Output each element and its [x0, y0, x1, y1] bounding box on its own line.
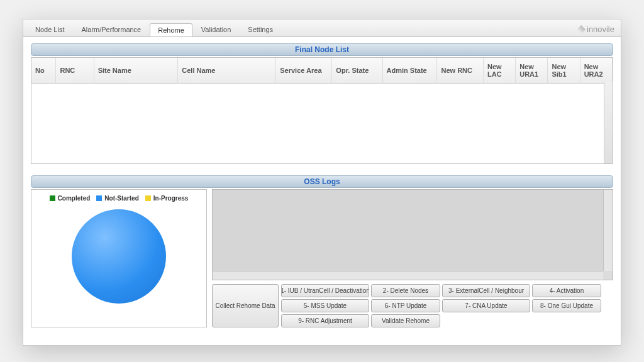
tab-settings[interactable]: Settings	[240, 23, 281, 36]
node-table: NoRNCSite NameCell NameService AreaOpr. …	[31, 58, 613, 84]
tab-validation[interactable]: Validation	[193, 23, 240, 36]
column-header[interactable]: New RNC	[437, 58, 484, 84]
column-header[interactable]: Site Name	[94, 58, 178, 84]
oss-log-textarea[interactable]	[212, 189, 613, 280]
lower-panel: Completed Not-Started In-Progress	[31, 189, 613, 327]
column-header[interactable]: No	[31, 58, 56, 84]
scrollbar-corner	[603, 271, 613, 280]
action-button-3[interactable]: 3- ExternalCell / Neighbour	[442, 284, 530, 297]
column-header[interactable]: Opr. State	[332, 58, 382, 84]
collect-rehome-data-button[interactable]: Collect Rehome Data	[212, 284, 279, 327]
oss-logs-header: OSS Logs	[31, 175, 613, 188]
brand-logo: innovile	[578, 25, 617, 34]
brand-text: innovile	[587, 25, 614, 34]
legend-in-progress: In-Progress	[145, 195, 189, 202]
legend-swatch-completed	[50, 195, 55, 201]
legend-label: Not-Started	[104, 195, 138, 202]
tab-bar: Node List Alarm/Performance Rehome Valid…	[23, 19, 621, 37]
column-header[interactable]: Admin State	[382, 58, 437, 84]
log-scrollbar-vertical[interactable]	[603, 190, 613, 271]
column-header[interactable]: New LAC	[483, 58, 515, 84]
legend-label: In-Progress	[153, 195, 189, 202]
action-button-1[interactable]: 1- IUB / UtranCell / Deactivation	[281, 284, 369, 297]
app-window: Node List Alarm/Performance Rehome Valid…	[23, 19, 621, 346]
final-node-list-header: Final Node List	[31, 43, 613, 56]
log-scrollbar-horizontal[interactable]	[213, 271, 603, 280]
legend-completed: Completed	[50, 195, 91, 202]
column-header[interactable]: Cell Name	[178, 58, 276, 84]
logs-and-actions: Collect Rehome Data 1- IUB / UtranCell /…	[212, 189, 613, 327]
legend-swatch-not-started	[96, 195, 102, 201]
column-header[interactable]: New URA1	[516, 58, 548, 84]
legend-swatch-in-progress	[145, 195, 151, 201]
chart-legend: Completed Not-Started In-Progress	[50, 195, 189, 202]
tab-rehome[interactable]: Rehome	[150, 23, 192, 36]
content-area: Final Node List NoRNCSite NameCell NameS…	[23, 37, 621, 335]
action-button-7[interactable]: 7- CNA Update	[442, 299, 530, 312]
tab-node-list[interactable]: Node List	[27, 23, 72, 36]
action-button-8[interactable]: 8- One Gui Update	[532, 299, 601, 312]
column-header[interactable]: RNC	[56, 58, 94, 84]
table-header-row: NoRNCSite NameCell NameService AreaOpr. …	[31, 58, 613, 84]
column-header[interactable]: Service Area	[276, 58, 332, 84]
status-pie-chart	[72, 209, 166, 304]
action-button-5[interactable]: 5- MSS Update	[281, 299, 369, 312]
brand-icon	[577, 25, 586, 33]
table-scrollbar[interactable]	[604, 82, 613, 163]
action-button-grid: 1- IUB / UtranCell / Deactivation2- Dele…	[281, 284, 613, 327]
action-button-4[interactable]: 4- Activation	[532, 284, 601, 297]
status-chart-box: Completed Not-Started In-Progress	[31, 189, 207, 327]
action-button-area: Collect Rehome Data 1- IUB / UtranCell /…	[212, 284, 613, 327]
column-header[interactable]: New URA2	[580, 58, 612, 84]
action-button-6[interactable]: 6- NTP Update	[371, 299, 440, 312]
action-button-10[interactable]: Validate Rehome	[371, 314, 440, 327]
final-node-list-table: NoRNCSite NameCell NameService AreaOpr. …	[31, 57, 613, 164]
tab-alarm-performance[interactable]: Alarm/Performance	[73, 23, 149, 36]
legend-not-started: Not-Started	[96, 195, 138, 202]
action-button-2[interactable]: 2- Delete Nodes	[371, 284, 440, 297]
action-button-9[interactable]: 9- RNC Adjustment	[281, 314, 369, 327]
legend-label: Completed	[58, 195, 91, 202]
column-header[interactable]: New Sib1	[548, 58, 580, 84]
